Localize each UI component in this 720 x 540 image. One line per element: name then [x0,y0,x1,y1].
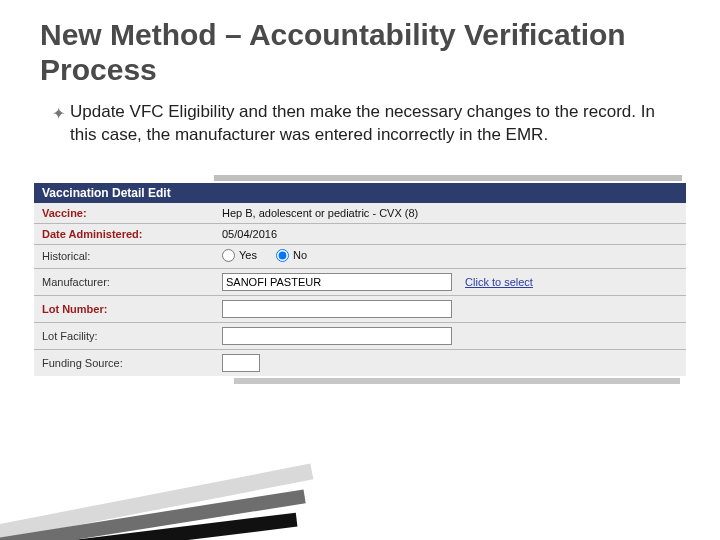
bullet-text: Update VFC Eligibility and then make the… [70,101,670,147]
slide-title: New Method – Accountability Verification… [0,0,720,97]
lot-number-input[interactable] [222,300,452,318]
historical-yes-radio[interactable] [222,249,235,262]
manufacturer-input[interactable] [222,273,452,291]
historical-no-option[interactable]: No [276,249,307,262]
form-table: Vaccine: Hep B, adolescent or pediatric … [34,203,686,376]
decorative-shadow [234,378,680,384]
funding-label: Funding Source: [34,349,214,376]
bullet-icon: ✦ [52,101,70,147]
lot-label: Lot Number: [34,295,214,322]
historical-yes-option[interactable]: Yes [222,249,257,262]
bullet-item: ✦ Update VFC Eligibility and then make t… [0,97,720,147]
date-value: 05/04/2016 [214,223,686,244]
vaccine-value: Hep B, adolescent or pediatric - CVX (8) [214,203,686,224]
row-historical: Historical: Yes No [34,244,686,268]
decorative-wedge [0,440,340,540]
date-label: Date Administered: [34,223,214,244]
vaccine-label: Vaccine: [34,203,214,224]
facility-label: Lot Facility: [34,322,214,349]
row-lot-number: Lot Number: [34,295,686,322]
manufacturer-select-link[interactable]: Click to select [465,276,533,288]
lot-facility-input[interactable] [222,327,452,345]
row-manufacturer: Manufacturer: Click to select [34,268,686,295]
decorative-shadow [214,175,682,181]
historical-yes-text: Yes [239,249,257,261]
vaccination-form: Vaccination Detail Edit Vaccine: Hep B, … [34,175,686,384]
funding-source-input[interactable] [222,354,260,372]
form-header: Vaccination Detail Edit [34,183,686,203]
row-vaccine: Vaccine: Hep B, adolescent or pediatric … [34,203,686,224]
historical-no-text: No [293,249,307,261]
row-funding-source: Funding Source: [34,349,686,376]
historical-no-radio[interactable] [276,249,289,262]
manufacturer-label: Manufacturer: [34,268,214,295]
historical-label: Historical: [34,244,214,268]
row-date: Date Administered: 05/04/2016 [34,223,686,244]
row-lot-facility: Lot Facility: [34,322,686,349]
